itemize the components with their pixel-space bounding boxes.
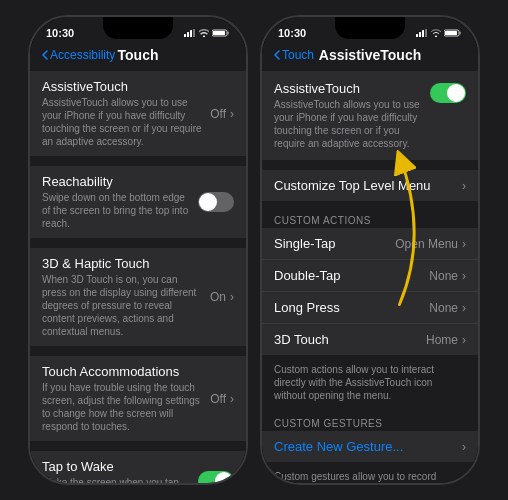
p2-divider-2 — [262, 203, 478, 211]
status-icons-1 — [184, 29, 230, 37]
divider-3 — [30, 348, 246, 356]
accommodations-chevron: › — [230, 392, 234, 406]
tap-wake-circle — [215, 472, 233, 484]
status-icons-2 — [416, 29, 462, 37]
at-main-toggle[interactable] — [430, 83, 466, 103]
haptic-row[interactable]: 3D & Haptic Touch When 3D Touch is on, y… — [30, 248, 246, 346]
assistivetouch-left: AssistiveTouch AssistiveTouch allows you… — [42, 79, 210, 148]
reachability-group: Reachability Swipe down on the bottom ed… — [30, 166, 246, 238]
status-time-2: 10:30 — [278, 27, 306, 39]
3d-touch-title: 3D Touch — [274, 332, 418, 347]
double-tap-row[interactable]: Double-Tap None › — [262, 260, 478, 292]
svg-rect-14 — [445, 31, 457, 35]
wifi-icon — [199, 29, 209, 37]
p2-divider-1 — [262, 162, 478, 170]
accommodations-row[interactable]: Touch Accommodations If you have trouble… — [30, 356, 246, 441]
assistivetouch-group: AssistiveTouch AssistiveTouch allows you… — [30, 71, 246, 156]
reachability-subtitle: Swipe down on the bottom edge of the scr… — [42, 191, 190, 230]
assistivetouch-right: Off › — [210, 107, 234, 121]
assistivetouch-subtitle: AssistiveTouch allows you to use your iP… — [42, 96, 202, 148]
phone-touch-settings: 10:30 Accessibilit — [28, 15, 248, 485]
haptic-value: On — [210, 290, 226, 304]
reachability-left: Reachability Swipe down on the bottom ed… — [42, 174, 198, 230]
at-main-right — [430, 81, 466, 103]
custom-gestures-footer: Custom gestures allow you to record gest… — [262, 464, 478, 483]
single-tap-row[interactable]: Single-Tap Open Menu › — [262, 228, 478, 260]
scroll-content-2[interactable]: AssistiveTouch AssistiveTouch allows you… — [262, 71, 478, 483]
accommodations-right: Off › — [210, 392, 234, 406]
custom-actions-group: Single-Tap Open Menu › Double-Tap None › — [262, 228, 478, 355]
tap-wake-left: Tap to Wake Wake the screen when you tap… — [42, 459, 198, 483]
back-button-2[interactable]: Touch — [274, 48, 314, 62]
create-gesture-right: › — [462, 440, 466, 454]
long-press-right: None › — [429, 301, 466, 315]
customize-left: Customize Top Level Menu — [274, 178, 462, 193]
reachability-row[interactable]: Reachability Swipe down on the bottom ed… — [30, 166, 246, 238]
long-press-left: Long Press — [274, 300, 429, 315]
assistivetouch-chevron: › — [230, 107, 234, 121]
haptic-group: 3D & Haptic Touch When 3D Touch is on, y… — [30, 248, 246, 346]
assistivetouch-row[interactable]: AssistiveTouch AssistiveTouch allows you… — [30, 71, 246, 156]
double-tap-value: None — [429, 269, 458, 283]
svg-rect-9 — [422, 30, 424, 37]
custom-actions-subtitle: Custom actions allow you to interact dir… — [274, 363, 466, 402]
tap-wake-row[interactable]: Tap to Wake Wake the screen when you tap… — [30, 451, 246, 483]
customize-group: Customize Top Level Menu › — [262, 170, 478, 201]
back-button-1[interactable]: Accessibility — [42, 48, 115, 62]
at-main-circle — [447, 84, 465, 102]
at-main-row[interactable]: AssistiveTouch AssistiveTouch allows you… — [262, 71, 478, 160]
accommodations-subtitle: If you have trouble using the touch scre… — [42, 381, 202, 433]
single-tap-chevron: › — [462, 237, 466, 251]
double-tap-left: Double-Tap — [274, 268, 429, 283]
create-gesture-title: Create New Gesture... — [274, 439, 454, 454]
custom-gestures-subtitle: Custom gestures allow you to record gest… — [274, 470, 466, 483]
p2-divider-3 — [262, 406, 478, 414]
customize-row[interactable]: Customize Top Level Menu › — [262, 170, 478, 201]
tap-wake-toggle[interactable] — [198, 471, 234, 484]
create-gesture-left: Create New Gesture... — [274, 439, 462, 454]
double-tap-chevron: › — [462, 269, 466, 283]
accommodations-value: Off — [210, 392, 226, 406]
svg-rect-1 — [187, 32, 189, 37]
single-tap-title: Single-Tap — [274, 236, 387, 251]
create-gesture-chevron: › — [462, 440, 466, 454]
long-press-value: None — [429, 301, 458, 315]
double-tap-right: None › — [429, 269, 466, 283]
divider-2 — [30, 240, 246, 248]
customize-chevron: › — [462, 179, 466, 193]
create-gesture-row[interactable]: Create New Gesture... › — [262, 431, 478, 462]
tap-wake-subtitle: Wake the screen when you tap on the disp… — [42, 476, 190, 483]
back-label-1: Accessibility — [50, 48, 115, 62]
svg-rect-8 — [419, 32, 421, 37]
battery-icon-2 — [444, 29, 462, 37]
at-main-left: AssistiveTouch AssistiveTouch allows you… — [274, 81, 430, 150]
svg-rect-3 — [193, 29, 195, 37]
customize-title: Customize Top Level Menu — [274, 178, 454, 193]
3d-touch-value: Home — [426, 333, 458, 347]
divider-4 — [30, 443, 246, 451]
reachability-toggle[interactable] — [198, 192, 234, 212]
create-gesture-group: Create New Gesture... › — [262, 431, 478, 462]
svg-rect-5 — [228, 32, 230, 35]
long-press-row[interactable]: Long Press None › — [262, 292, 478, 324]
scroll-content-1[interactable]: AssistiveTouch AssistiveTouch allows you… — [30, 71, 246, 483]
nav-title-2: AssistiveTouch — [319, 47, 421, 63]
back-chevron-icon-2 — [274, 50, 280, 60]
accommodations-group: Touch Accommodations If you have trouble… — [30, 356, 246, 441]
custom-gestures-header: CUSTOM GESTURES — [262, 414, 478, 431]
accommodations-title: Touch Accommodations — [42, 364, 202, 379]
status-time-1: 10:30 — [46, 27, 74, 39]
divider-1 — [30, 158, 246, 166]
3d-touch-row[interactable]: 3D Touch Home › — [262, 324, 478, 355]
accommodations-left: Touch Accommodations If you have trouble… — [42, 364, 210, 433]
haptic-right: On › — [210, 290, 234, 304]
tap-wake-group: Tap to Wake Wake the screen when you tap… — [30, 451, 246, 483]
haptic-left: 3D & Haptic Touch When 3D Touch is on, y… — [42, 256, 210, 338]
tap-wake-right — [198, 471, 234, 484]
notch-2 — [335, 17, 405, 39]
haptic-subtitle: When 3D Touch is on, you can press on th… — [42, 273, 202, 338]
svg-rect-2 — [190, 30, 192, 37]
battery-icon — [212, 29, 230, 37]
svg-rect-10 — [425, 29, 427, 37]
double-tap-title: Double-Tap — [274, 268, 421, 283]
